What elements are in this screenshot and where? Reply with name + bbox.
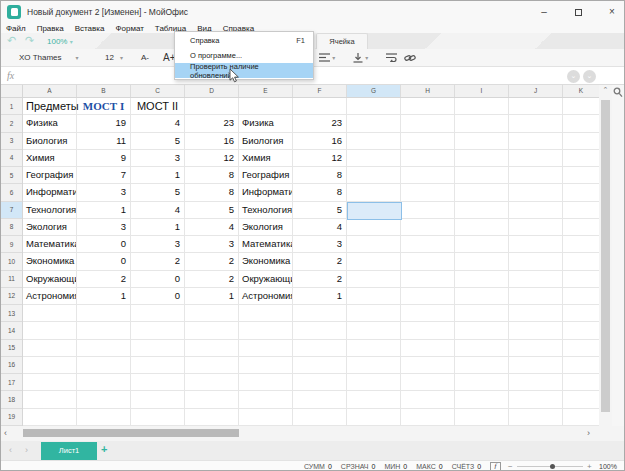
cell-K9[interactable] — [563, 236, 599, 252]
cell-E10[interactable]: Экономика — [239, 253, 293, 269]
help-menu-item-3[interactable]: Проверить наличие обновлений... — [175, 63, 313, 78]
cell-I18[interactable] — [455, 391, 509, 407]
selected-cell-G7[interactable] — [347, 202, 402, 220]
cell-G17[interactable] — [347, 374, 401, 390]
cell-H13[interactable] — [401, 305, 455, 321]
row-header-8[interactable]: 8 — [1, 219, 22, 236]
cell-J7[interactable] — [509, 202, 563, 218]
cell-E1[interactable] — [239, 98, 293, 114]
zoom-slider-knob[interactable] — [550, 464, 555, 469]
cell-E5[interactable]: География — [239, 167, 293, 183]
cell-H12[interactable] — [401, 288, 455, 304]
cell-I13[interactable] — [455, 305, 509, 321]
cell-A11[interactable]: Окружающий мир — [23, 271, 77, 287]
cell-A13[interactable] — [23, 305, 77, 321]
cell-A6[interactable]: Информатика — [23, 184, 77, 200]
undo-icon[interactable]: ↶ — [7, 34, 16, 47]
cell-F18[interactable] — [293, 391, 347, 407]
row-header-19[interactable]: 19 — [1, 409, 22, 426]
cell-E6[interactable]: Информатика — [239, 184, 293, 200]
cell-A3[interactable]: Биология — [23, 133, 77, 149]
cell-I7[interactable] — [455, 202, 509, 218]
cell-J18[interactable] — [509, 391, 563, 407]
cell-F4[interactable]: 12 — [293, 150, 347, 166]
vertical-scrollbar[interactable]: ⌃ — [599, 85, 612, 426]
column-header-H[interactable]: H — [401, 85, 455, 97]
cell-I6[interactable] — [455, 184, 509, 200]
cell-C13[interactable] — [131, 305, 185, 321]
cell-A10[interactable]: Экономика — [23, 253, 77, 269]
cell-K17[interactable] — [563, 374, 599, 390]
cell-G15[interactable] — [347, 340, 401, 356]
column-header-C[interactable]: C — [131, 85, 185, 97]
cell-E15[interactable] — [239, 340, 293, 356]
cell-F10[interactable]: 2 — [293, 253, 347, 269]
cell-D12[interactable]: 1 — [185, 288, 239, 304]
cell-K12[interactable] — [563, 288, 599, 304]
cell-D10[interactable]: 2 — [185, 253, 239, 269]
horizontal-align-button[interactable]: ▾ — [319, 49, 335, 67]
cell-I11[interactable] — [455, 271, 509, 287]
cell-C2[interactable]: 4 — [131, 115, 185, 131]
cell-K8[interactable] — [563, 219, 599, 235]
row-header-6[interactable]: 6 — [1, 184, 22, 201]
prev-sheet-icon[interactable]: ‹ — [9, 445, 12, 455]
cell-E8[interactable]: Экология — [239, 219, 293, 235]
cell-A8[interactable]: Экология — [23, 219, 77, 235]
cell-E17[interactable] — [239, 374, 293, 390]
scroll-up-icon[interactable]: ⌃ — [599, 86, 612, 94]
column-header-A[interactable]: A — [23, 85, 77, 97]
cell-I19[interactable] — [455, 409, 509, 425]
row-header-5[interactable]: 5 — [1, 167, 22, 184]
cell-H8[interactable] — [401, 219, 455, 235]
cell-C4[interactable]: 3 — [131, 150, 185, 166]
cell-H16[interactable] — [401, 357, 455, 373]
cell-E19[interactable] — [239, 409, 293, 425]
cell-G19[interactable] — [347, 409, 401, 425]
cell-I14[interactable] — [455, 322, 509, 338]
cell-J12[interactable] — [509, 288, 563, 304]
cell-E9[interactable]: Математика — [239, 236, 293, 252]
cell-B3[interactable]: 11 — [77, 133, 131, 149]
cell-F3[interactable]: 16 — [293, 133, 347, 149]
row-header-1[interactable]: 1 — [1, 98, 22, 115]
cell-B17[interactable] — [77, 374, 131, 390]
cell-J9[interactable] — [509, 236, 563, 252]
cell-G4[interactable] — [347, 150, 401, 166]
cell-C17[interactable] — [131, 374, 185, 390]
cell-B14[interactable] — [77, 322, 131, 338]
cell-K4[interactable] — [563, 150, 599, 166]
cell-J2[interactable] — [509, 115, 563, 131]
horizontal-scroll-thumb[interactable] — [23, 429, 239, 437]
cell-G6[interactable] — [347, 184, 401, 200]
cell-H18[interactable] — [401, 391, 455, 407]
cell-J6[interactable] — [509, 184, 563, 200]
cell-F14[interactable] — [293, 322, 347, 338]
ribbon-tab-cell[interactable]: Ячейка — [316, 33, 368, 50]
column-header-E[interactable]: E — [239, 85, 293, 97]
cell-A18[interactable] — [23, 391, 77, 407]
insert-link-button[interactable] — [404, 49, 416, 67]
cell-F2[interactable]: 23 — [293, 115, 347, 131]
cell-D4[interactable]: 12 — [185, 150, 239, 166]
horizontal-scrollbar[interactable]: ‹ › — [1, 426, 625, 441]
cell-G8[interactable] — [347, 219, 401, 235]
cell-H4[interactable] — [401, 150, 455, 166]
cell-E7[interactable]: Технология — [239, 202, 293, 218]
cell-A17[interactable] — [23, 374, 77, 390]
cell-I9[interactable] — [455, 236, 509, 252]
cell-B8[interactable]: 3 — [77, 219, 131, 235]
cell-B9[interactable]: 0 — [77, 236, 131, 252]
cell-B13[interactable] — [77, 305, 131, 321]
cell-D9[interactable]: 3 — [185, 236, 239, 252]
cell-I15[interactable] — [455, 340, 509, 356]
cell-G13[interactable] — [347, 305, 401, 321]
cell-G11[interactable] — [347, 271, 401, 287]
cell-A1[interactable]: Предметы — [23, 98, 77, 114]
cell-C19[interactable] — [131, 409, 185, 425]
cell-B5[interactable]: 7 — [77, 167, 131, 183]
cell-C5[interactable]: 1 — [131, 167, 185, 183]
cell-K5[interactable] — [563, 167, 599, 183]
zoom-out-button[interactable]: − — [508, 462, 513, 471]
cell-G14[interactable] — [347, 322, 401, 338]
